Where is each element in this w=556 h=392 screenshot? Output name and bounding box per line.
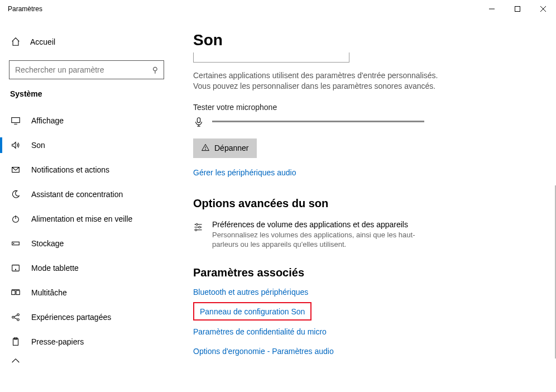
sidebar-item-multitask[interactable]: Multitâche bbox=[0, 280, 173, 305]
tablet-icon bbox=[10, 262, 21, 274]
sidebar-item-label: Assistant de concentration bbox=[31, 190, 123, 199]
advanced-heading: Options avancées du son bbox=[193, 197, 545, 210]
pref-title: Préférences de volume des applications e… bbox=[212, 220, 439, 229]
home-label: Accueil bbox=[30, 37, 55, 46]
sidebar-item-sound[interactable]: Son bbox=[0, 133, 173, 157]
sidebar-item-label: Alimentation et mise en veille bbox=[31, 214, 132, 223]
sidebar-item-label: Mode tablette bbox=[31, 264, 79, 273]
svg-point-27 bbox=[205, 149, 206, 150]
link-mic-privacy[interactable]: Paramètres de confidentialité du micro bbox=[193, 327, 327, 336]
sidebar-item-clipboard[interactable]: Presse-papiers bbox=[0, 329, 173, 354]
troubleshoot-label: Dépanner bbox=[214, 144, 249, 152]
svg-point-16 bbox=[12, 316, 15, 318]
home-button[interactable]: Accueil bbox=[0, 31, 173, 52]
app-volume-prefs[interactable]: Préférences de volume des applications e… bbox=[193, 220, 439, 250]
pref-desc: Personnalisez les volumes des applicatio… bbox=[212, 230, 439, 250]
link-bluetooth[interactable]: Bluetooth et autres périphériques bbox=[193, 288, 308, 297]
svg-line-19 bbox=[14, 315, 17, 317]
device-dropdown-partial[interactable] bbox=[193, 52, 349, 63]
troubleshoot-button[interactable]: Dépanner bbox=[193, 138, 257, 158]
minimize-button[interactable] bbox=[479, 0, 505, 18]
close-button[interactable] bbox=[530, 0, 556, 18]
link-sound-panel[interactable]: Panneau de configuration Son bbox=[200, 307, 305, 316]
highlight-box: Panneau de configuration Son bbox=[193, 302, 311, 321]
related-heading: Paramètres associés bbox=[193, 266, 545, 279]
sound-icon bbox=[10, 140, 21, 151]
sidebar-item-notifications[interactable]: Notifications et actions bbox=[0, 157, 173, 182]
sidebar-item-partial[interactable] bbox=[0, 354, 173, 371]
window-controls bbox=[479, 0, 556, 18]
sidebar-item-shared[interactable]: Expériences partagées bbox=[0, 305, 173, 329]
test-mic-label: Tester votre microphone bbox=[193, 103, 545, 112]
page-title: Son bbox=[193, 31, 545, 49]
svg-point-18 bbox=[17, 319, 20, 321]
display-icon bbox=[10, 115, 21, 126]
home-icon bbox=[10, 36, 21, 47]
link-ease-audio[interactable]: Options d'ergonomie - Paramètres audio bbox=[193, 347, 334, 356]
sidebar-item-label: Stockage bbox=[31, 239, 64, 248]
sidebar-item-label: Multitâche bbox=[31, 288, 67, 297]
svg-rect-14 bbox=[16, 290, 20, 294]
svg-rect-23 bbox=[197, 118, 200, 123]
microphone-icon bbox=[193, 116, 204, 127]
sidebar-item-label: Notifications et actions bbox=[31, 165, 109, 174]
mic-level-meter bbox=[212, 121, 424, 122]
sidebar-item-storage[interactable]: Stockage bbox=[0, 231, 173, 256]
sidebar-item-display[interactable]: Affichage bbox=[0, 108, 173, 133]
sidebar-item-label: Presse-papiers bbox=[31, 337, 84, 346]
clipboard-icon bbox=[10, 336, 21, 347]
warning-icon bbox=[201, 143, 210, 154]
sidebar: Accueil ⚲ Système Affichage Son Notifica… bbox=[0, 18, 173, 392]
sliders-icon bbox=[193, 221, 203, 232]
search-input[interactable] bbox=[15, 65, 152, 74]
sidebar-item-label: Son bbox=[31, 141, 45, 150]
search-box[interactable]: ⚲ bbox=[9, 60, 164, 79]
shared-icon bbox=[10, 312, 21, 323]
svg-point-29 bbox=[196, 223, 198, 225]
svg-point-12 bbox=[15, 269, 16, 270]
svg-point-17 bbox=[17, 314, 20, 316]
main-panel: Son Certaines applications utilisent des… bbox=[173, 18, 556, 392]
search-icon: ⚲ bbox=[152, 65, 158, 74]
sidebar-item-power[interactable]: Alimentation et mise en veille bbox=[0, 207, 173, 231]
svg-point-10 bbox=[13, 243, 14, 243]
sidebar-item-label: Expériences partagées bbox=[31, 313, 111, 322]
storage-icon bbox=[10, 238, 21, 249]
notifications-icon bbox=[10, 164, 21, 175]
window-title: Paramètres bbox=[0, 5, 479, 13]
moon-icon bbox=[10, 189, 21, 200]
info-text: Certaines applications utilisent des par… bbox=[193, 70, 450, 92]
svg-point-33 bbox=[195, 229, 196, 231]
category-header: Système bbox=[0, 89, 173, 98]
titlebar: Paramètres bbox=[0, 0, 556, 18]
sidebar-item-tablet[interactable]: Mode tablette bbox=[0, 256, 173, 280]
svg-rect-4 bbox=[12, 118, 20, 123]
svg-line-20 bbox=[14, 318, 17, 319]
manage-audio-link[interactable]: Gérer les périphériques audio bbox=[193, 168, 545, 177]
power-icon bbox=[10, 213, 21, 224]
svg-rect-1 bbox=[515, 7, 520, 12]
mic-meter-row bbox=[193, 116, 545, 127]
sidebar-item-label: Affichage bbox=[31, 116, 64, 125]
svg-rect-21 bbox=[13, 339, 18, 346]
maximize-button[interactable] bbox=[505, 0, 530, 18]
sidebar-item-focus[interactable]: Assistant de concentration bbox=[0, 182, 173, 207]
multitask-icon bbox=[10, 287, 21, 298]
svg-point-31 bbox=[199, 226, 200, 228]
remote-icon bbox=[10, 357, 21, 368]
svg-rect-13 bbox=[12, 290, 15, 294]
